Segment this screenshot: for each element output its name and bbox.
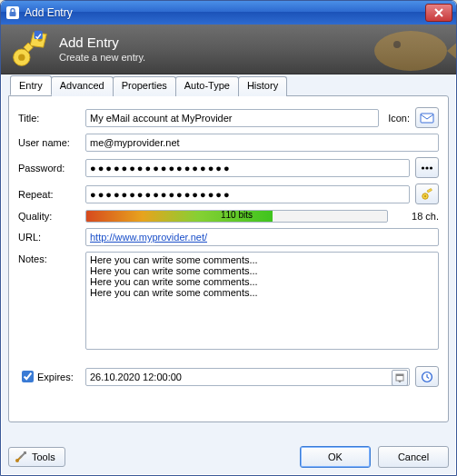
notes-input[interactable] <box>85 252 439 350</box>
header-band: Add Entry Create a new entry. <box>1 25 456 74</box>
envelope-icon <box>420 113 434 124</box>
cancel-button[interactable]: Cancel <box>378 446 449 468</box>
tab-advanced[interactable]: Advanced <box>51 76 114 96</box>
svg-rect-16 <box>427 188 432 192</box>
tab-autotype[interactable]: Auto-Type <box>175 76 239 96</box>
svg-point-1 <box>374 31 447 71</box>
footer: Tools OK Cancel <box>8 446 449 468</box>
tab-strip: Entry Advanced Properties Auto-Type Hist… <box>10 75 449 95</box>
background-decoration-icon <box>347 25 456 74</box>
ok-button[interactable]: OK <box>300 446 371 468</box>
expires-calendar-button[interactable] <box>392 370 408 386</box>
label-repeat: Repeat: <box>18 189 85 200</box>
svg-point-20 <box>15 459 19 462</box>
expires-input[interactable] <box>85 368 410 386</box>
title-input[interactable] <box>85 109 379 127</box>
dots-icon <box>421 164 433 172</box>
tools-button[interactable]: Tools <box>8 447 65 467</box>
app-lock-icon <box>6 6 19 19</box>
quality-text: 110 bits <box>86 210 387 220</box>
repeat-input[interactable] <box>85 185 410 203</box>
icon-picker-button[interactable] <box>415 107 439 128</box>
tools-label: Tools <box>32 451 55 462</box>
label-quality: Quality: <box>18 211 85 222</box>
svg-point-3 <box>393 41 401 48</box>
tab-panel: Title: Icon: User name: Password: Repe <box>8 95 449 422</box>
calendar-dropdown-icon <box>395 373 404 382</box>
tab-properties[interactable]: Properties <box>113 76 176 96</box>
quality-bar: 110 bits <box>85 210 388 223</box>
key-icon <box>10 29 50 69</box>
expires-preset-button[interactable] <box>415 366 439 387</box>
label-icon: Icon: <box>388 113 410 124</box>
generate-password-button[interactable] <box>415 183 439 204</box>
label-title: Title: <box>18 113 85 124</box>
username-input[interactable] <box>85 134 439 152</box>
label-password: Password: <box>18 163 85 174</box>
char-count: 18 ch. <box>397 211 439 222</box>
close-button[interactable] <box>425 4 452 22</box>
svg-rect-0 <box>10 12 16 16</box>
expires-checkbox[interactable] <box>22 371 34 382</box>
dialog-window: Add Entry Add Entry Create a new entry. <box>0 0 457 476</box>
content-area: Entry Advanced Properties Auto-Type Hist… <box>8 75 449 433</box>
svg-rect-18 <box>396 374 403 376</box>
tab-entry[interactable]: Entry <box>10 75 52 95</box>
reveal-password-button[interactable] <box>415 157 439 178</box>
label-username: User name: <box>18 137 85 148</box>
svg-point-11 <box>422 166 424 169</box>
title-bar[interactable]: Add Entry <box>1 1 456 25</box>
password-input[interactable] <box>85 159 410 177</box>
svg-marker-2 <box>447 35 456 66</box>
label-url: URL: <box>18 232 85 243</box>
label-expires: Expires: <box>37 372 74 382</box>
svg-point-7 <box>18 55 25 61</box>
tab-history[interactable]: History <box>238 76 287 96</box>
header-title: Add Entry <box>59 35 145 51</box>
svg-point-12 <box>425 166 428 169</box>
url-input[interactable] <box>85 228 439 246</box>
svg-rect-21 <box>24 451 26 454</box>
tools-icon <box>15 451 27 463</box>
svg-point-15 <box>424 194 426 196</box>
close-icon <box>433 8 444 17</box>
svg-rect-10 <box>421 114 433 123</box>
header-subtitle: Create a new entry. <box>59 51 145 64</box>
label-notes: Notes: <box>18 252 85 264</box>
svg-point-13 <box>430 166 432 169</box>
key-gen-icon <box>421 188 433 201</box>
window-title: Add Entry <box>25 6 425 19</box>
clock-icon <box>421 371 433 383</box>
